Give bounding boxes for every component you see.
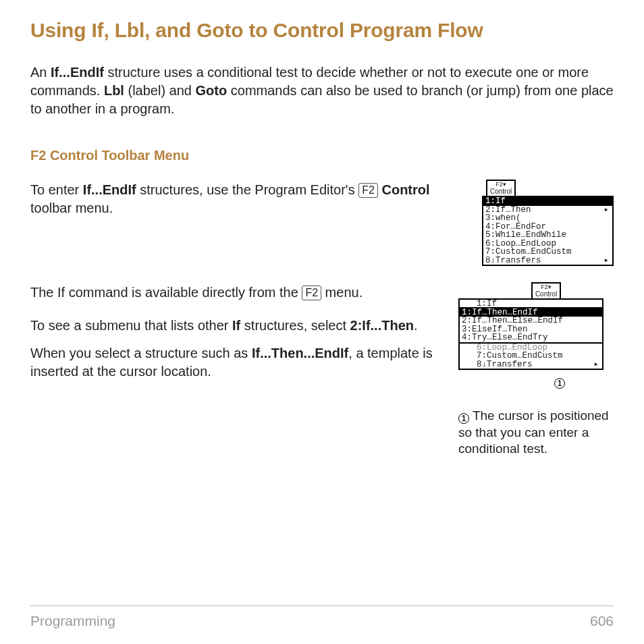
- menu-item: 1:If: [483, 197, 612, 206]
- intro-paragraph: An If...EndIf structure uses a condition…: [30, 63, 614, 118]
- paragraph-2: The If command is available directly fro…: [30, 284, 446, 302]
- text: (label) and: [124, 83, 196, 98]
- text: .: [414, 318, 418, 333]
- footer-rule: [30, 606, 614, 606]
- text: structures, use the Program Editor's: [136, 182, 359, 197]
- menu-item: 7:Custom…EndCustm: [475, 352, 602, 360]
- text: structures, select: [240, 318, 350, 333]
- text: To see a submenu that lists other: [30, 318, 232, 333]
- tab-bot: Control: [535, 290, 557, 298]
- text-bold: If: [232, 318, 240, 333]
- section-heading: F2 Control Toolbar Menu: [30, 148, 614, 163]
- tab-bot: Control: [490, 188, 512, 195]
- calc-menu-2: F2▾Control 1:If 1:If…Then…EndIf2:If…Then…: [458, 284, 614, 370]
- paragraph-4: When you select a structure such as If..…: [30, 344, 446, 381]
- page-title: Using If, Lbl, and Goto to Control Progr…: [30, 19, 614, 42]
- text: The cursor is positioned so that you can…: [458, 408, 609, 456]
- text: When you select a structure such as: [30, 346, 252, 360]
- text: menu.: [321, 285, 363, 300]
- keycap-f2: F2: [302, 286, 321, 300]
- tab-top: F2▾: [541, 284, 552, 290]
- text-bold: Lbl: [104, 83, 124, 98]
- menu-item: 3:when(: [483, 214, 612, 223]
- text-bold: 2:If...Then: [350, 318, 414, 333]
- text-bold: Control: [381, 182, 429, 197]
- paragraph-1: To enter If...EndIf structures, use the …: [30, 181, 470, 217]
- page-number: 606: [590, 613, 614, 629]
- calc-menu-1: F2▾Control 1:If2:If…Then3:when(4:For…End…: [482, 181, 614, 266]
- menu-item: 4:Try…Else…EndTry: [460, 333, 602, 342]
- footer-section: Programming: [30, 613, 115, 629]
- menu-item: 7:Custom…EndCustm: [483, 248, 612, 257]
- text: The If command is available directly fro…: [30, 285, 302, 300]
- menu-item: 8↓Transfers: [475, 360, 602, 369]
- text: An: [30, 65, 51, 80]
- menu-tab: F2▾Control: [531, 282, 561, 298]
- text: To enter: [30, 182, 83, 197]
- note-text: 1 The cursor is positioned so that you c…: [458, 408, 614, 458]
- circled-one-icon: 1: [554, 378, 565, 389]
- text: toolbar menu.: [30, 200, 113, 215]
- menu-tab: F2▾Control: [486, 180, 516, 196]
- menu-item: 2:If…Then…Else…EndIf: [460, 317, 602, 325]
- menu-item: 8↓Transfers: [483, 257, 612, 265]
- paragraph-3: To see a submenu that lists other If str…: [30, 317, 446, 335]
- note-marker: 1: [506, 373, 614, 389]
- keycap-f2: F2: [358, 183, 378, 198]
- text-bold: If...Then...EndIf: [252, 346, 348, 360]
- tab-top: F2▾: [495, 181, 506, 188]
- text-bold: If...EndIf: [51, 65, 104, 80]
- menu-item: 5:While…EndWhile: [483, 231, 612, 240]
- circled-one-icon: 1: [458, 413, 469, 424]
- text-bold: Goto: [196, 83, 227, 98]
- text-bold: If...EndIf: [83, 182, 136, 197]
